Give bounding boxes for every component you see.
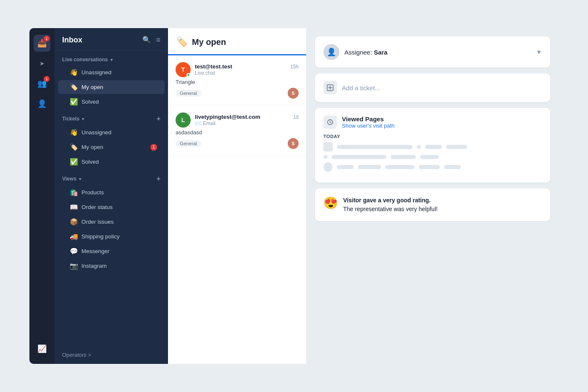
skeleton-row-2 <box>323 155 542 159</box>
skeleton-line-5 <box>391 155 416 159</box>
products-icon: 🛍️ <box>70 188 78 196</box>
conv-subject-1: Triangle <box>176 79 299 85</box>
sidebar-item-label: Order status <box>81 204 113 210</box>
views-chevron: ▾ <box>79 177 81 181</box>
conv-channel-2: ✉️ Email <box>195 120 299 126</box>
sidebar-item-label: My open <box>81 144 103 150</box>
skeleton-line-9 <box>385 165 415 169</box>
skeleton-line-7 <box>337 165 354 169</box>
assignee-label: Assignee: <box>344 49 374 56</box>
tag-icon-2: 🏷️ <box>70 143 78 151</box>
send-icon: ➤ <box>39 60 45 67</box>
viewed-pages-link[interactable]: Show user's visit path <box>342 123 394 129</box>
sidebar-item-label: Solved <box>81 159 99 165</box>
tag-icon: 🏷️ <box>70 83 78 91</box>
rating-main-text: Visitor gave a very good rating. <box>343 196 438 205</box>
sidebar-item-orderissues[interactable]: 📦 Order issues <box>58 215 165 229</box>
email-icon: ✉️ <box>195 120 201 126</box>
conv-time-2: 1d <box>293 114 299 120</box>
conv-assignee-avatar-1: S <box>288 88 299 99</box>
sidebar-item-label: Products <box>81 189 104 196</box>
rating-sub-text: The representative was very helpful! <box>343 205 438 214</box>
conversation-item-2[interactable]: L livetypingtest@test.com 1d ✉️ Email as… <box>168 106 306 156</box>
skeleton-line-8 <box>358 165 381 169</box>
nav-analytics-btn[interactable]: 📈 <box>34 340 50 357</box>
messenger-icon: 💬 <box>70 247 78 255</box>
conversation-item-1[interactable]: T test@test.test 15h Live chat Triangle … <box>168 55 306 106</box>
nav-send-btn[interactable]: ➤ <box>34 55 50 72</box>
skeleton-line-4 <box>332 155 386 159</box>
tickets-myopen-badge: 1 <box>150 144 157 151</box>
skeleton-line-10 <box>419 165 440 169</box>
sidebar-item-products[interactable]: 🛍️ Products <box>58 186 165 199</box>
conv-list-header: 🏷️ My open <box>168 28 306 55</box>
skeleton-icon-1 <box>323 142 333 152</box>
wave-icon-2: 👋 <box>70 128 78 136</box>
instagram-icon: 📷 <box>70 262 78 270</box>
viewed-pages-card: Viewed Pages Show user's visit path TODA… <box>315 108 550 183</box>
conv-assignee-avatar-2: S <box>288 138 299 149</box>
nav-icons-bar: 📥 1 ➤ 👥 1 👤 📈 <box>29 28 55 364</box>
shipping-icon: 🚚 <box>70 233 78 240</box>
skeleton-line-6 <box>420 155 439 159</box>
nav-profile-btn[interactable]: 👤 <box>34 95 50 112</box>
tickets-chevron: ▾ <box>82 117 84 121</box>
assignee-card: 👤 Assignee: Sara ▼ <box>315 37 550 68</box>
rating-card: 😍 Visitor gave a very good rating. The r… <box>315 188 550 221</box>
sidebar-item-shipping[interactable]: 🚚 Shipping policy <box>58 230 165 243</box>
sidebar-item-instagram[interactable]: 📷 Instagram <box>58 259 165 273</box>
conv-name-2: livetypingtest@test.com <box>195 114 260 120</box>
orderissues-icon: 📦 <box>70 218 78 226</box>
tickets-label: Tickets <box>62 116 79 122</box>
sidebar-item-live-solved[interactable]: ✅ Solved <box>58 95 165 109</box>
assignee-info: Assignee: Sara <box>344 49 531 56</box>
conv-avatar-1: T <box>176 62 191 77</box>
skeleton-dot-1 <box>417 145 421 149</box>
today-label: TODAY <box>323 134 542 139</box>
sidebar-header-actions: 🔍 ≡ <box>142 36 160 44</box>
conv-header-title: My open <box>192 37 226 47</box>
sidebar-item-messenger[interactable]: 💬 Messenger <box>58 244 165 258</box>
sidebar-item-label: Instagram <box>81 263 107 269</box>
skeleton-dot-2 <box>323 155 328 159</box>
skeleton-icon-2 <box>323 162 333 172</box>
sidebar-header: Inbox 🔍 ≡ <box>55 28 168 51</box>
add-ticket-placeholder: Add a ticket... <box>342 84 380 91</box>
sidebar: Inbox 🔍 ≡ Live conversations ▾ 👋 Unassig… <box>55 28 168 364</box>
rating-main-text-strong: Visitor gave a very good rating. <box>343 197 430 204</box>
conv-name-1: test@test.test <box>195 63 232 70</box>
skeleton-line-1 <box>337 145 412 149</box>
contacts-badge: 1 <box>44 76 50 82</box>
sidebar-item-tickets-myopen[interactable]: 🏷️ My open 1 <box>58 140 165 154</box>
sidebar-item-live-unassigned[interactable]: 👋 Unassigned <box>58 65 165 79</box>
sidebar-item-label: Unassigned <box>81 129 111 136</box>
sidebar-item-orderstatus[interactable]: 📖 Order status <box>58 200 165 214</box>
live-conversations-section[interactable]: Live conversations ▾ <box>55 51 168 65</box>
add-ticket-card[interactable]: Add a ticket... <box>315 73 550 102</box>
search-icon[interactable]: 🔍 <box>142 36 151 44</box>
orderstatus-icon: 📖 <box>70 203 78 211</box>
profile-icon: 👤 <box>37 99 47 108</box>
viewed-pages-title: Viewed Pages <box>342 115 394 123</box>
assignee-dropdown-icon[interactable]: ▼ <box>536 49 542 55</box>
inbox-badge: 1 <box>44 36 50 42</box>
nav-contacts-btn[interactable]: 👥 1 <box>34 75 50 92</box>
sidebar-item-tickets-solved[interactable]: ✅ Solved <box>58 155 165 169</box>
checkmark-icon: ✅ <box>70 98 78 106</box>
sidebar-item-live-myopen[interactable]: 🏷️ My open <box>58 80 165 94</box>
viewed-pages-icon <box>323 115 337 129</box>
conv-tag-1: General <box>176 90 201 97</box>
operators-link[interactable]: Operators > <box>55 346 168 364</box>
conv-subject-2: asdasdasd <box>176 129 299 136</box>
tickets-section[interactable]: Tickets ▾ + <box>55 109 168 125</box>
sidebar-item-tickets-unassigned[interactable]: 👋 Unassigned <box>58 125 165 139</box>
nav-inbox-btn[interactable]: 📥 1 <box>34 35 50 52</box>
right-panel: 👤 Assignee: Sara ▼ Add a ticket... <box>307 28 559 364</box>
conv-time-1: 15h <box>290 64 299 70</box>
skeleton-line-2 <box>425 145 442 149</box>
add-ticket-section-btn[interactable]: + <box>157 115 160 123</box>
filter-icon[interactable]: ≡ <box>156 36 160 44</box>
add-view-btn[interactable]: + <box>157 175 160 183</box>
views-section[interactable]: Views ▾ + <box>55 169 168 185</box>
sidebar-item-label: My open <box>81 84 103 90</box>
